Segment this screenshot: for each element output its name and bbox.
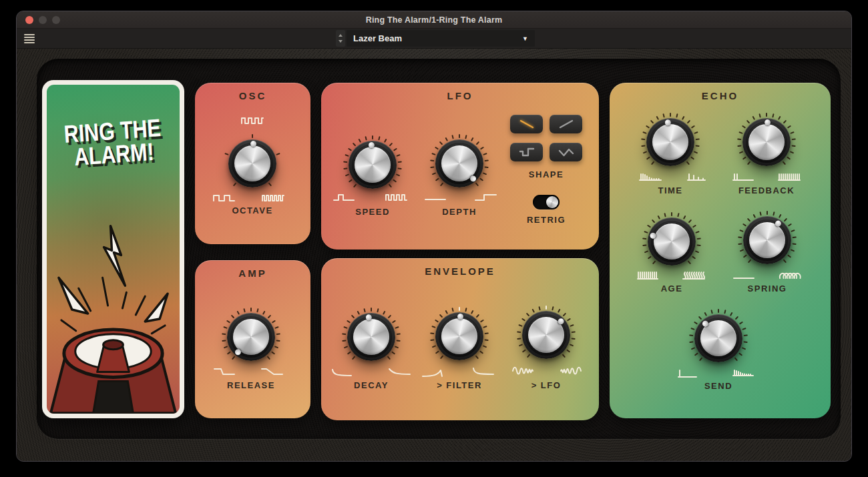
feedback-knob[interactable] — [737, 113, 796, 171]
knob-tick — [743, 341, 747, 343]
step-up-icon — [474, 191, 498, 202]
knob-tick — [439, 314, 443, 318]
knob-tick — [484, 339, 488, 341]
speed-knob[interactable] — [343, 135, 402, 194]
shape-button-group — [510, 115, 582, 161]
knob-tick — [347, 352, 351, 355]
spring-coil-icon — [778, 270, 802, 280]
knob-tick — [396, 154, 400, 157]
knob-tick — [688, 219, 692, 223]
knob-tick — [698, 316, 702, 320]
knob-tick — [227, 352, 231, 355]
shape-square-button[interactable] — [510, 143, 543, 161]
knob-tick — [748, 259, 751, 263]
knob-tick — [371, 308, 372, 312]
amp-section: AMP RELEASE — [195, 260, 310, 418]
knob-tick — [233, 182, 236, 186]
spring-knob[interactable] — [738, 211, 797, 270]
release-label: RELEASE — [227, 380, 275, 390]
knob-cap — [441, 318, 477, 354]
knob-tick — [395, 326, 399, 329]
knob-tick — [697, 237, 701, 240]
release-knob[interactable] — [222, 308, 280, 366]
shape-saw-up-button[interactable] — [550, 115, 582, 133]
window-title: Ring The Alarm/1-Ring The Alarm — [17, 11, 851, 29]
age-knob[interactable] — [642, 212, 701, 271]
retrig-toggle[interactable] — [533, 195, 560, 209]
filter-amount-knob[interactable] — [430, 307, 489, 366]
square-wave-wide-icon — [212, 192, 236, 203]
knob-tick — [465, 135, 467, 139]
lfo-title: LFO — [321, 90, 599, 101]
knob-tick — [772, 113, 774, 117]
knob-tick — [485, 159, 489, 161]
octave-knob[interactable] — [223, 134, 282, 193]
knob-tick — [787, 125, 791, 129]
knob-cap — [234, 145, 270, 181]
knob-tick — [747, 161, 750, 165]
knob-tick — [710, 310, 712, 314]
knob-tick — [465, 308, 467, 312]
tick-one-icon — [676, 368, 700, 378]
knob-cap — [353, 319, 389, 355]
knob-tick — [445, 137, 448, 141]
knob-tick — [784, 218, 788, 222]
sine-grow-icon — [511, 365, 535, 376]
knob-tick — [572, 331, 576, 333]
knob-tick — [272, 320, 276, 324]
time-knob[interactable] — [641, 113, 700, 171]
knob-tick — [691, 347, 695, 350]
knob-indicator-dot — [365, 314, 372, 320]
preset-selector[interactable]: Lazer Beam ▼ — [347, 30, 535, 47]
knob-tick — [531, 309, 535, 313]
osc-section: OSC OCTAVE — [195, 83, 310, 244]
shape-saw-down-button[interactable] — [510, 115, 543, 133]
knob-tick — [352, 356, 355, 360]
envelope-section: ENVELOPE — [321, 258, 599, 420]
shape-triangle-button[interactable] — [550, 143, 582, 161]
knob-tick — [787, 157, 791, 160]
ticks-two-icon — [732, 171, 756, 181]
plugin-window: Ring The Alarm/1-Ring The Alarm Lazer Be… — [16, 11, 852, 462]
knob-tick — [222, 340, 226, 342]
knob-tick — [445, 310, 448, 314]
knob-tick — [567, 318, 571, 322]
knob-tick — [792, 138, 796, 140]
lfo-amount-knob[interactable] — [517, 306, 576, 364]
plugin-body: RING THE ALARM! — [17, 49, 851, 461]
knob-tick — [742, 125, 746, 129]
env-rise-icon — [421, 368, 445, 378]
preset-stepper[interactable] — [336, 30, 345, 47]
knob-tick — [256, 308, 258, 312]
knob-tick — [648, 256, 652, 260]
knob-tick — [656, 116, 659, 120]
depth-knob[interactable] — [430, 134, 489, 193]
knob-indicator-dot — [457, 313, 463, 319]
knob-tick — [689, 334, 693, 336]
knob-tick — [397, 333, 401, 335]
knob-tick — [692, 225, 696, 228]
preset-stepper-down-icon[interactable] — [339, 40, 343, 43]
knob-tick — [696, 138, 700, 140]
decay-knob[interactable] — [342, 308, 401, 366]
knob-tick — [430, 159, 434, 161]
knob-tick — [662, 113, 664, 117]
knob-tick — [690, 157, 694, 160]
knob-tick — [570, 344, 574, 346]
hamburger-menu-icon[interactable] — [23, 33, 36, 44]
knob-tick — [657, 215, 660, 219]
knob-tick — [737, 138, 741, 140]
titlebar[interactable]: Ring The Alarm/1-Ring The Alarm — [17, 11, 851, 29]
knob-tick — [791, 249, 795, 252]
preset-value: Lazer Beam — [353, 33, 522, 43]
knob-tick — [521, 318, 525, 322]
send-knob[interactable] — [689, 309, 748, 368]
knob-tick — [790, 151, 794, 153]
knob-tick — [689, 341, 693, 343]
filter-amount-label: > FILTER — [437, 380, 482, 390]
knob-tick — [793, 236, 797, 238]
knob-tick — [243, 308, 245, 312]
knob-tick — [517, 338, 521, 340]
preset-stepper-up-icon[interactable] — [339, 34, 343, 37]
knob-tick — [519, 344, 523, 346]
